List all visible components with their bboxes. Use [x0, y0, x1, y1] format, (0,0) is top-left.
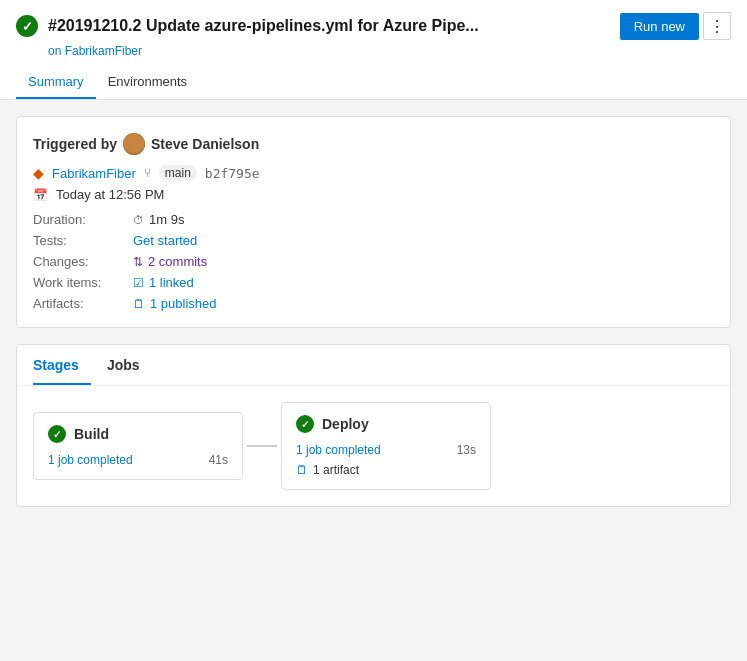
- more-icon: ⋮: [709, 17, 725, 36]
- user-avatar: [123, 133, 145, 155]
- stage-deploy-status-icon: [296, 415, 314, 433]
- workitems-value[interactable]: 1 linked: [149, 275, 194, 290]
- stages-content: Build 1 job completed 41s Deploy: [17, 386, 730, 506]
- stage-build-footer: 1 job completed 41s: [48, 453, 228, 467]
- pipeline-title: #20191210.2 Update azure-pipelines.yml f…: [48, 17, 479, 35]
- stage-deploy-name: Deploy: [322, 416, 369, 432]
- deploy-artifact-value: 1 artifact: [313, 463, 359, 477]
- branch-icon: ⑂: [144, 166, 151, 180]
- tests-value-row: Get started: [133, 233, 714, 248]
- workitems-value-row: ☑ 1 linked: [133, 275, 714, 290]
- duration-value-row: ⏱ 1m 9s: [133, 212, 714, 227]
- commit-hash: b2f795e: [205, 166, 260, 181]
- info-grid: Duration: ⏱ 1m 9s Tests: Get started Cha…: [33, 212, 714, 311]
- stage-deploy-footer: 1 job completed 13s: [296, 443, 476, 457]
- tab-environments[interactable]: Environments: [96, 66, 199, 99]
- stage-deploy: Deploy 1 job completed 13s 🗒 1 artifact: [281, 402, 491, 490]
- tab-summary[interactable]: Summary: [16, 66, 96, 99]
- triggered-by-label: Triggered by: [33, 136, 117, 152]
- summary-card: Triggered by Steve Danielson ◆ FabrikamF…: [16, 116, 731, 328]
- stage-deploy-duration: 13s: [457, 443, 476, 457]
- deploy-artifact-icon: 🗒: [296, 463, 308, 477]
- stage-connector: [247, 445, 277, 447]
- stages-section: Stages Jobs Build 1 job completed 41s: [16, 344, 731, 507]
- pipeline-status-icon: [16, 15, 38, 37]
- stages-card: Stages Jobs Build 1 job completed 41s: [16, 344, 731, 507]
- repo-name[interactable]: FabrikamFiber: [52, 166, 136, 181]
- repo-icon: ◆: [33, 165, 44, 181]
- workitems-label: Work items:: [33, 275, 133, 290]
- date-time: Today at 12:56 PM: [56, 187, 164, 202]
- stage-build-jobs[interactable]: 1 job completed: [48, 453, 133, 467]
- user-name: Steve Danielson: [151, 136, 259, 152]
- stage-deploy-jobs[interactable]: 1 job completed: [296, 443, 381, 457]
- more-options-button[interactable]: ⋮: [703, 12, 731, 40]
- avatar-face: [123, 133, 145, 155]
- artifacts-label: Artifacts:: [33, 296, 133, 311]
- stage-deploy-artifact: 🗒 1 artifact: [296, 463, 476, 477]
- duration-value: 1m 9s: [149, 212, 184, 227]
- stage-build-duration: 41s: [209, 453, 228, 467]
- calendar-icon: 📅: [33, 188, 48, 202]
- artifacts-value[interactable]: 1 published: [150, 296, 217, 311]
- artifact-icon: 🗒: [133, 297, 145, 311]
- header-actions: Run new ⋮: [620, 12, 731, 40]
- stage-build-status-icon: [48, 425, 66, 443]
- changes-value[interactable]: 2 commits: [148, 254, 207, 269]
- triggered-by-row: Triggered by Steve Danielson: [33, 133, 714, 155]
- run-new-button[interactable]: Run new: [620, 13, 699, 40]
- artifacts-value-row: 🗒 1 published: [133, 296, 714, 311]
- header-left: #20191210.2 Update azure-pipelines.yml f…: [16, 15, 479, 37]
- stage-deploy-header: Deploy: [296, 415, 476, 433]
- tab-jobs[interactable]: Jobs: [107, 345, 152, 385]
- datetime-row: 📅 Today at 12:56 PM: [33, 187, 714, 202]
- repo-branch-row: ◆ FabrikamFiber ⑂ main b2f795e: [33, 165, 714, 181]
- main-tabs: Summary Environments: [16, 66, 731, 99]
- tests-value[interactable]: Get started: [133, 233, 197, 248]
- main-content: Triggered by Steve Danielson ◆ FabrikamF…: [0, 100, 747, 539]
- tab-stages[interactable]: Stages: [33, 345, 91, 385]
- workitem-icon: ☑: [133, 276, 144, 290]
- header-top: #20191210.2 Update azure-pipelines.yml f…: [16, 12, 731, 40]
- branch-name: main: [159, 165, 197, 181]
- stage-build: Build 1 job completed 41s: [33, 412, 243, 480]
- pipeline-subtitle[interactable]: on FabrikamFiber: [48, 44, 731, 58]
- stages-tabs: Stages Jobs: [17, 345, 730, 386]
- changes-value-row: ⇅ 2 commits: [133, 254, 714, 269]
- commits-icon: ⇅: [133, 255, 143, 269]
- changes-label: Changes:: [33, 254, 133, 269]
- tests-label: Tests:: [33, 233, 133, 248]
- duration-label: Duration:: [33, 212, 133, 227]
- stage-build-name: Build: [74, 426, 109, 442]
- stage-build-header: Build: [48, 425, 228, 443]
- clock-icon: ⏱: [133, 214, 144, 226]
- page-header: #20191210.2 Update azure-pipelines.yml f…: [0, 0, 747, 100]
